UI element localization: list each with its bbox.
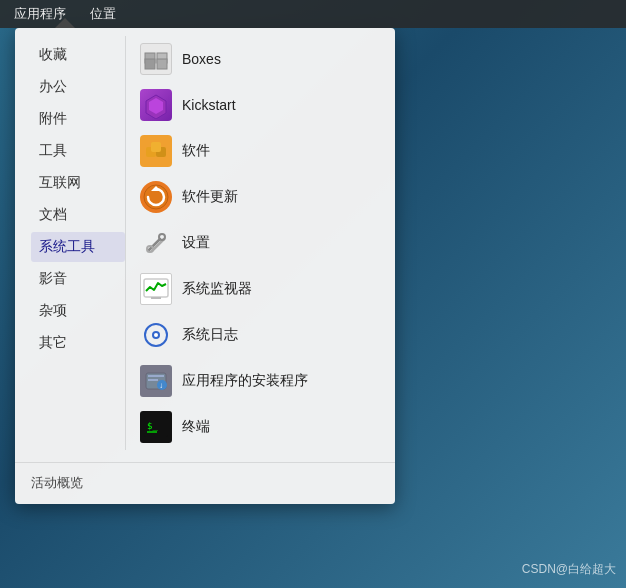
menu-items-list: Boxes Kickstart bbox=[126, 28, 395, 458]
category-office[interactable]: 办公 bbox=[31, 72, 125, 102]
system-monitor-label: 系统监视器 bbox=[182, 280, 252, 298]
menu-item-boxes[interactable]: Boxes bbox=[130, 36, 387, 82]
menu-item-terminal[interactable]: $_ 终端 bbox=[130, 404, 387, 450]
boxes-label: Boxes bbox=[182, 51, 221, 67]
menu-item-system-log[interactable]: 系统日志 bbox=[130, 312, 387, 358]
category-system-tools[interactable]: 系统工具 bbox=[31, 232, 125, 262]
settings-icon bbox=[140, 227, 172, 259]
menu-sidebar: 收藏 办公 附件 工具 互联网 文档 系统工具 影音 杂项 其它 bbox=[15, 28, 125, 458]
menu-item-software[interactable]: 软件 bbox=[130, 128, 387, 174]
software-update-icon bbox=[140, 181, 172, 213]
kickstart-icon bbox=[140, 89, 172, 121]
category-multimedia[interactable]: 影音 bbox=[31, 264, 125, 294]
menu-item-settings[interactable]: 设置 bbox=[130, 220, 387, 266]
category-misc[interactable]: 杂项 bbox=[31, 296, 125, 326]
taskbar-position-menu[interactable]: 位置 bbox=[84, 3, 122, 25]
software-icon bbox=[140, 135, 172, 167]
activities-overview[interactable]: 活动概览 bbox=[31, 475, 83, 490]
software-update-label: 软件更新 bbox=[182, 188, 238, 206]
category-accessories[interactable]: 附件 bbox=[31, 104, 125, 134]
app-installer-label: 应用程序的安装程序 bbox=[182, 372, 308, 390]
category-favorites[interactable]: 收藏 bbox=[31, 40, 125, 70]
settings-label: 设置 bbox=[182, 234, 210, 252]
menu-item-kickstart[interactable]: Kickstart bbox=[130, 82, 387, 128]
application-menu: 收藏 办公 附件 工具 互联网 文档 系统工具 影音 杂项 其它 bbox=[15, 28, 395, 504]
category-other[interactable]: 其它 bbox=[31, 328, 125, 358]
category-docs[interactable]: 文档 bbox=[31, 200, 125, 230]
taskbar-app-menu[interactable]: 应用程序 bbox=[8, 3, 72, 25]
app-installer-icon: ↓ bbox=[140, 365, 172, 397]
svg-rect-8 bbox=[151, 142, 161, 152]
menu-footer: 活动概览 bbox=[15, 462, 395, 496]
system-log-icon bbox=[140, 319, 172, 351]
terminal-label: 终端 bbox=[182, 418, 210, 436]
watermark: CSDN@白给超大 bbox=[522, 561, 616, 578]
category-internet[interactable]: 互联网 bbox=[31, 168, 125, 198]
menu-item-software-update[interactable]: 软件更新 bbox=[130, 174, 387, 220]
svg-rect-22 bbox=[148, 379, 158, 381]
menu-item-app-installer[interactable]: ↓ 应用程序的安装程序 bbox=[130, 358, 387, 404]
svg-text:$_: $_ bbox=[147, 421, 158, 431]
boxes-icon bbox=[140, 43, 172, 75]
svg-rect-2 bbox=[145, 59, 155, 69]
svg-text:↓: ↓ bbox=[159, 381, 163, 390]
taskbar: 应用程序 位置 bbox=[0, 0, 626, 28]
system-log-label: 系统日志 bbox=[182, 326, 238, 344]
kickstart-label: Kickstart bbox=[182, 97, 236, 113]
terminal-icon: $_ bbox=[140, 411, 172, 443]
menu-body: 收藏 办公 附件 工具 互联网 文档 系统工具 影音 杂项 其它 bbox=[15, 28, 395, 458]
software-label: 软件 bbox=[182, 142, 210, 160]
svg-point-19 bbox=[154, 333, 158, 337]
svg-point-13 bbox=[159, 234, 165, 240]
system-monitor-icon bbox=[140, 273, 172, 305]
svg-rect-21 bbox=[148, 375, 164, 377]
svg-rect-16 bbox=[151, 297, 161, 299]
category-tools[interactable]: 工具 bbox=[31, 136, 125, 166]
svg-rect-3 bbox=[157, 59, 167, 69]
menu-item-system-monitor[interactable]: 系统监视器 bbox=[130, 266, 387, 312]
